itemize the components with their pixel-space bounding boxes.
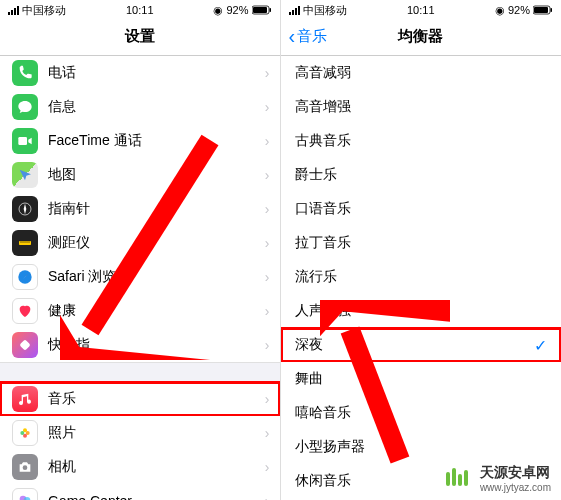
row-photos[interactable]: 照片› bbox=[0, 416, 280, 450]
svg-rect-22 bbox=[534, 7, 548, 13]
row-label: Game Center bbox=[48, 493, 265, 500]
facetime-icon bbox=[12, 128, 38, 154]
status-bar: 中国移动 10:11 ◉ 92% bbox=[0, 0, 280, 18]
svg-rect-3 bbox=[18, 137, 27, 145]
row-label: 相机 bbox=[48, 458, 265, 476]
status-time: 10:11 bbox=[407, 4, 435, 16]
settings-list[interactable]: 电话› 信息› FaceTime 通话› 地图› 指南针› 测距仪› Safar… bbox=[0, 56, 280, 500]
eq-option[interactable]: 拉丁音乐 bbox=[281, 226, 562, 260]
phone-icon bbox=[12, 60, 38, 86]
svg-rect-27 bbox=[452, 468, 456, 486]
eq-option[interactable]: 流行乐 bbox=[281, 260, 562, 294]
row-label: 信息 bbox=[48, 98, 265, 116]
row-label: FaceTime 通话 bbox=[48, 132, 265, 150]
watermark-url: www.jytyaz.com bbox=[480, 482, 551, 493]
eq-option[interactable]: 嘻哈音乐 bbox=[281, 396, 562, 430]
eq-title: 均衡器 bbox=[398, 27, 443, 46]
eq-option[interactable]: 高音增强 bbox=[281, 90, 562, 124]
battery-label: 92% bbox=[226, 4, 248, 16]
chevron-right-icon: › bbox=[265, 235, 270, 251]
row-facetime[interactable]: FaceTime 通话› bbox=[0, 124, 280, 158]
status-time: 10:11 bbox=[126, 4, 154, 16]
health-icon bbox=[12, 298, 38, 324]
eq-option-selected[interactable]: 深夜✓ bbox=[281, 328, 562, 362]
camera-icon bbox=[12, 454, 38, 480]
row-label: 健康 bbox=[48, 302, 265, 320]
svg-point-17 bbox=[23, 465, 28, 470]
row-music[interactable]: 音乐› bbox=[0, 382, 280, 416]
signal-icon bbox=[8, 6, 19, 15]
gamecenter-icon bbox=[12, 488, 38, 500]
eq-pane: 中国移动 10:11 ◉ 92% ‹ 音乐 均衡器 高音减弱 高音增强 古典音乐… bbox=[281, 0, 562, 500]
chevron-right-icon: › bbox=[265, 459, 270, 475]
row-gamecenter[interactable]: Game Center› bbox=[0, 484, 280, 500]
row-label: 人声增强 bbox=[295, 302, 562, 320]
measure-icon bbox=[12, 230, 38, 256]
chevron-right-icon: › bbox=[265, 167, 270, 183]
chevron-right-icon: › bbox=[265, 425, 270, 441]
eq-option[interactable]: 爵士乐 bbox=[281, 158, 562, 192]
row-label: 快捷指 bbox=[48, 336, 265, 354]
eq-option[interactable]: 人声增强 bbox=[281, 294, 562, 328]
row-label: 深夜 bbox=[295, 336, 535, 354]
eq-list[interactable]: 高音减弱 高音增强 古典音乐 爵士乐 口语音乐 拉丁音乐 流行乐 人声增强 深夜… bbox=[281, 56, 562, 500]
svg-rect-12 bbox=[19, 339, 30, 350]
row-compass[interactable]: 指南针› bbox=[0, 192, 280, 226]
section-gap bbox=[0, 362, 280, 382]
chevron-right-icon: › bbox=[265, 201, 270, 217]
svg-rect-2 bbox=[269, 8, 271, 12]
eq-option[interactable]: 古典音乐 bbox=[281, 124, 562, 158]
row-measure[interactable]: 测距仪› bbox=[0, 226, 280, 260]
safari-icon bbox=[12, 264, 38, 290]
checkmark-icon: ✓ bbox=[534, 336, 547, 355]
battery-icon bbox=[533, 5, 553, 15]
svg-rect-28 bbox=[458, 474, 462, 486]
row-shortcuts[interactable]: 快捷指› bbox=[0, 328, 280, 362]
row-maps[interactable]: 地图› bbox=[0, 158, 280, 192]
row-label: 小型扬声器 bbox=[295, 438, 562, 456]
chevron-right-icon: › bbox=[265, 269, 270, 285]
chevron-right-icon: › bbox=[265, 133, 270, 149]
signal-icon bbox=[289, 6, 300, 15]
row-label: 高音减弱 bbox=[295, 64, 562, 82]
row-label: 指南针 bbox=[48, 200, 265, 218]
eq-option[interactable]: 小型扬声器 bbox=[281, 430, 562, 464]
nav-bar-eq: ‹ 音乐 均衡器 bbox=[281, 18, 562, 56]
row-label: 音乐 bbox=[48, 390, 265, 408]
row-label: Safari 浏览器 bbox=[48, 268, 265, 286]
row-label: 地图 bbox=[48, 166, 265, 184]
chevron-right-icon: › bbox=[265, 303, 270, 319]
battery-label: 92% bbox=[508, 4, 530, 16]
watermark: 天源安卓网 www.jytyaz.com bbox=[442, 462, 551, 494]
svg-rect-23 bbox=[551, 8, 553, 12]
row-label: 古典音乐 bbox=[295, 132, 562, 150]
svg-rect-26 bbox=[446, 472, 450, 486]
row-camera[interactable]: 相机› bbox=[0, 450, 280, 484]
row-messages[interactable]: 信息› bbox=[0, 90, 280, 124]
row-health[interactable]: 健康› bbox=[0, 294, 280, 328]
row-label: 测距仪 bbox=[48, 234, 265, 252]
svg-rect-29 bbox=[464, 470, 468, 486]
svg-point-16 bbox=[20, 431, 24, 435]
watermark-logo-icon bbox=[442, 462, 474, 494]
row-label: 流行乐 bbox=[295, 268, 562, 286]
maps-icon bbox=[12, 162, 38, 188]
back-button[interactable]: ‹ 音乐 bbox=[289, 25, 328, 48]
battery-icon bbox=[252, 5, 272, 15]
eq-option[interactable]: 舞曲 bbox=[281, 362, 562, 396]
compass-icon bbox=[12, 196, 38, 222]
charging-icon: ◉ bbox=[213, 4, 223, 17]
chevron-right-icon: › bbox=[265, 337, 270, 353]
shortcuts-icon bbox=[12, 332, 38, 358]
chevron-right-icon: › bbox=[265, 99, 270, 115]
messages-icon bbox=[12, 94, 38, 120]
settings-pane: 中国移动 10:11 ◉ 92% 设置 电话› 信息› FaceTime 通话›… bbox=[0, 0, 281, 500]
row-safari[interactable]: Safari 浏览器› bbox=[0, 260, 280, 294]
eq-option[interactable]: 口语音乐 bbox=[281, 192, 562, 226]
eq-option[interactable]: 高音减弱 bbox=[281, 56, 562, 90]
row-phone[interactable]: 电话› bbox=[0, 56, 280, 90]
row-label: 照片 bbox=[48, 424, 265, 442]
row-label: 口语音乐 bbox=[295, 200, 562, 218]
watermark-title: 天源安卓网 bbox=[480, 464, 551, 482]
svg-rect-1 bbox=[253, 7, 267, 13]
